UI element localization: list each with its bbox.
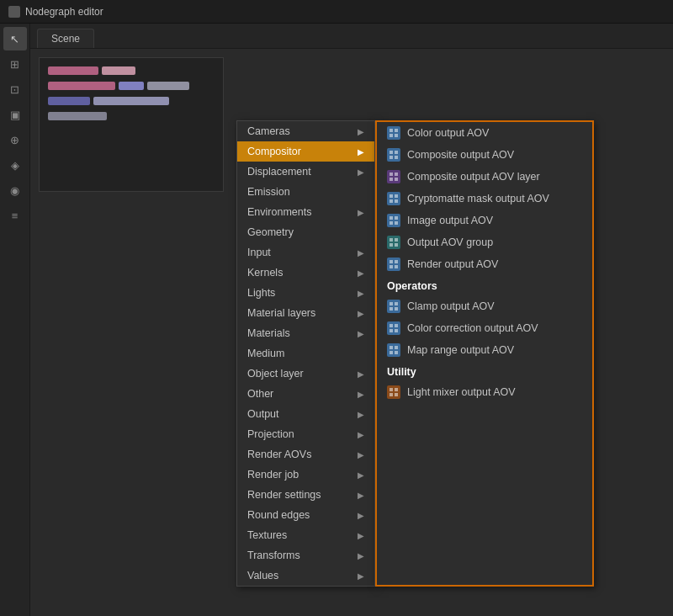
image-icon[interactable]: ▣ (3, 103, 27, 126)
arrow-icon: ▶ (358, 289, 364, 298)
svg-rect-31 (395, 307, 398, 311)
arrow-icon: ▶ (358, 167, 364, 177)
menu-item-other[interactable]: Other▶ (237, 384, 374, 404)
submenu-item-icon (387, 148, 400, 162)
menu-item-textures[interactable]: Textures▶ (237, 525, 374, 545)
node-row (48, 82, 215, 90)
menu-item-render-aovs[interactable]: Render AOVs▶ (237, 444, 374, 465)
main-layout: ↖⊞⊡▣⊕◈◉≡ Scene Cameras▶Compositor▶Displa… (0, 24, 673, 616)
render-icon[interactable]: ◈ (3, 153, 27, 177)
menu-item-geometry[interactable]: Geometry (237, 222, 374, 242)
tab-scene[interactable]: Scene (37, 29, 94, 48)
submenu-item-icon (387, 300, 400, 313)
svg-rect-16 (389, 216, 393, 220)
menu-item-cameras[interactable]: Cameras▶ (237, 121, 374, 141)
submenu-item-icon (387, 214, 400, 227)
menu-item-values[interactable]: Values▶ (237, 566, 374, 586)
svg-rect-27 (395, 265, 398, 268)
submenu-item-image-output-aov[interactable]: Image output AOV (377, 210, 592, 231)
menu-item-kernels[interactable]: Kernels▶ (237, 263, 374, 283)
arrow-icon: ▶ (358, 268, 364, 278)
node-icon[interactable]: ⊞ (3, 52, 27, 76)
app-icon (8, 6, 20, 18)
menu-item-label: Render settings (247, 489, 321, 501)
svg-rect-37 (395, 346, 398, 349)
submenu-item-map-range-output-aov[interactable]: Map range output AOV (377, 339, 592, 361)
list-icon[interactable]: ≡ (3, 204, 27, 227)
svg-rect-9 (395, 173, 398, 176)
arrow-icon: ▶ (358, 551, 364, 560)
node-row (48, 97, 215, 105)
svg-rect-41 (395, 388, 398, 391)
submenu-section-header: Operators (377, 275, 592, 295)
submenu-item-color-correction-output-aov[interactable]: Color correction output AOV (377, 317, 592, 339)
svg-rect-6 (389, 156, 393, 159)
submenu-item-composite-output-aov-layer[interactable]: Composite output AOV layer (377, 166, 592, 188)
arrow-icon: ▶ (358, 390, 364, 399)
pointer-icon[interactable]: ↖ (3, 27, 27, 50)
sidebar: ↖⊞⊡▣⊕◈◉≡ (0, 24, 30, 616)
menu-item-displacement[interactable]: Displacement▶ (237, 162, 374, 182)
material-icon[interactable]: ◉ (3, 178, 27, 202)
svg-rect-12 (389, 194, 393, 198)
node-block (48, 66, 98, 75)
arrow-icon: ▶ (358, 531, 364, 540)
arrow-icon: ▶ (358, 511, 364, 520)
svg-rect-25 (395, 260, 398, 263)
svg-rect-19 (395, 221, 398, 225)
menu-item-compositor[interactable]: Compositor▶ (237, 141, 374, 162)
submenu-item-composite-output-aov[interactable]: Composite output AOV (377, 144, 592, 166)
submenu-item-icon (387, 236, 400, 249)
menu-item-render-settings[interactable]: Render settings▶ (237, 485, 374, 505)
node-block (119, 82, 144, 90)
menu-item-label: Other (247, 388, 273, 400)
submenu-item-render-output-aov[interactable]: Render output AOV (377, 253, 592, 275)
svg-rect-15 (395, 199, 398, 203)
menu-item-emission[interactable]: Emission (237, 182, 374, 202)
menu-primary: Cameras▶Compositor▶Displacement▶Emission… (236, 120, 375, 587)
submenu-item-label: Render output AOV (407, 258, 498, 270)
submenu-item-output-aov-group[interactable]: Output AOV group (377, 231, 592, 253)
context-menu-wrapper: Cameras▶Compositor▶Displacement▶Emission… (236, 120, 594, 587)
menu-item-render-job[interactable]: Render job▶ (237, 465, 374, 485)
menu-item-projection[interactable]: Projection▶ (237, 424, 374, 444)
title-bar: Nodegraph editor (0, 0, 673, 24)
menu-item-lights[interactable]: Lights▶ (237, 283, 374, 303)
menu-item-material-layers[interactable]: Material layers▶ (237, 303, 374, 323)
node-block (48, 97, 90, 105)
menu-item-label: Materials (247, 327, 290, 339)
menu-item-round-edges[interactable]: Round edges▶ (237, 505, 374, 525)
svg-rect-30 (389, 307, 393, 311)
submenu-item-cryptomatte-mask-output-aov[interactable]: Cryptomatte mask output AOV (377, 188, 592, 210)
menu-item-label: Object layer (247, 368, 304, 380)
menu-item-environments[interactable]: Environments▶ (237, 202, 374, 222)
menu-item-medium[interactable]: Medium (237, 343, 374, 364)
svg-rect-29 (395, 302, 398, 305)
node-preview-content (40, 58, 223, 135)
menu-item-object-layer[interactable]: Object layer▶ (237, 364, 374, 384)
submenu-item-light-mixer-output-aov[interactable]: Light mixer output AOV (377, 381, 592, 403)
menu-item-output[interactable]: Output▶ (237, 404, 374, 424)
menu-item-label: Transforms (247, 550, 300, 561)
submenu-item-label: Color output AOV (407, 127, 489, 139)
camera-icon[interactable]: ⊡ (3, 77, 27, 101)
svg-rect-0 (389, 129, 393, 132)
svg-rect-35 (395, 329, 398, 332)
menu-item-label: Displacement (247, 166, 311, 178)
transform-icon[interactable]: ⊕ (3, 128, 27, 151)
menu-item-transforms[interactable]: Transforms▶ (237, 545, 374, 566)
node-block (102, 66, 135, 75)
node-block (93, 97, 169, 105)
submenu-item-label: Color correction output AOV (407, 322, 538, 334)
svg-rect-39 (395, 351, 398, 354)
menu-item-input[interactable]: Input▶ (237, 242, 374, 263)
preview-box (39, 57, 224, 192)
arrow-icon: ▶ (358, 491, 364, 500)
submenu-item-color-output-aov[interactable]: Color output AOV (377, 122, 592, 144)
content-area: Scene Cameras▶Compositor▶Displacement▶Em… (30, 24, 673, 616)
menu-item-label: Kernels (247, 267, 283, 279)
svg-rect-5 (395, 151, 398, 154)
menu-item-materials[interactable]: Materials▶ (237, 323, 374, 343)
arrow-icon: ▶ (358, 208, 364, 217)
submenu-item-clamp-output-aov[interactable]: Clamp output AOV (377, 295, 592, 317)
